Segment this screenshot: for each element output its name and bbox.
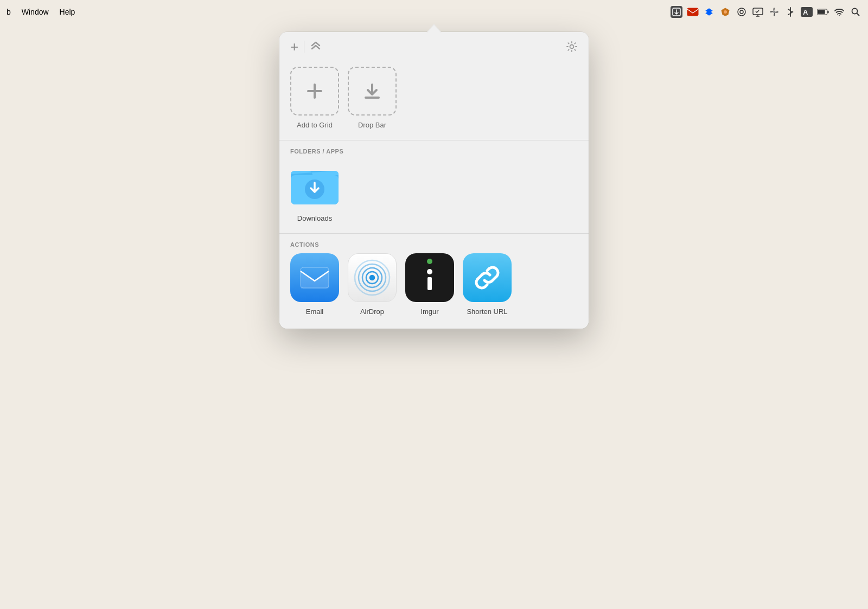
imgur-action-label: Imgur (420, 307, 438, 316)
downloads-folder-icon (290, 160, 339, 209)
email-menubar-icon[interactable] (687, 6, 699, 18)
shorten-url-action-label: Shorten URL (467, 307, 507, 316)
actions-grid: Email AirDrop (290, 253, 578, 316)
airdrop-action-icon (348, 253, 397, 302)
menubar-item-window[interactable]: Window (22, 8, 49, 16)
svg-rect-27 (427, 277, 432, 290)
svg-point-16 (570, 45, 574, 49)
add-to-grid-item[interactable]: Add to Grid (290, 67, 339, 129)
svg-point-5 (738, 8, 745, 16)
add-button[interactable]: + (290, 40, 298, 54)
svg-point-25 (370, 275, 374, 280)
fan-menubar-icon[interactable] (768, 6, 780, 18)
folders-header-text: FOLDERS / APPS (279, 140, 589, 160)
svg-point-6 (740, 10, 743, 14)
svg-point-14 (839, 15, 840, 16)
toolbar-divider (304, 41, 304, 53)
grid-items: Add to Grid Drop Bar (290, 67, 578, 129)
svg-point-26 (427, 269, 432, 274)
dropzone-menubar-icon[interactable] (671, 6, 682, 18)
downloads-folder-label: Downloads (297, 214, 332, 222)
screenshot-menubar-icon[interactable] (736, 6, 748, 18)
folders-grid: Downloads (290, 160, 578, 222)
folders-section: Downloads (279, 160, 589, 234)
menubar-item-help[interactable]: Help (60, 8, 75, 16)
battery-menubar-icon[interactable] (817, 6, 829, 18)
svg-rect-1 (687, 8, 698, 16)
menubar-right: A (671, 6, 861, 18)
email-action-icon (290, 253, 339, 302)
grid-section: Add to Grid Drop Bar (279, 61, 589, 140)
drop-bar-box (348, 67, 397, 116)
gear-button[interactable] (566, 41, 578, 53)
imgur-action-icon (405, 253, 454, 302)
menubar-left: b Window Help (7, 8, 75, 16)
actions-header-text: ACTIONS (279, 234, 589, 253)
svg-text:A: A (803, 8, 808, 16)
svg-rect-12 (818, 10, 825, 14)
imgur-action-item[interactable]: Imgur (405, 253, 454, 316)
add-to-grid-label: Add to Grid (297, 121, 333, 129)
add-to-grid-box (290, 67, 339, 116)
actions-section: Email AirDrop (279, 253, 589, 329)
folders-section-header: FOLDERS / APPS (279, 140, 589, 160)
popup-panel: + (279, 32, 589, 329)
email-action-label: Email (306, 307, 324, 316)
popup-wrapper: + (279, 24, 589, 329)
downloads-folder-item[interactable]: Downloads (290, 160, 339, 222)
collapse-button[interactable] (310, 41, 322, 52)
wifi-menubar-icon[interactable] (833, 6, 845, 18)
drop-bar-item[interactable]: Drop Bar (348, 67, 397, 129)
fox-menubar-icon[interactable] (719, 6, 731, 18)
popup-arrow (426, 24, 442, 33)
airdrop-action-item[interactable]: AirDrop (348, 253, 397, 316)
bluetooth-menubar-icon[interactable] (784, 6, 796, 18)
svg-rect-13 (827, 11, 828, 14)
font-a-menubar-icon[interactable]: A (801, 6, 813, 18)
menubar-item-b[interactable]: b (7, 8, 11, 16)
drop-bar-label: Drop Bar (358, 121, 386, 129)
email-action-item[interactable]: Email (290, 253, 339, 316)
shorten-url-action-item[interactable]: Shorten URL (463, 253, 512, 316)
dropbox-menubar-icon[interactable] (703, 6, 715, 18)
menubar: b Window Help (0, 0, 868, 24)
svg-point-8 (773, 11, 775, 13)
actions-section-header: ACTIONS (279, 234, 589, 253)
svg-point-4 (724, 10, 727, 14)
monitor-menubar-icon[interactable] (752, 6, 764, 18)
search-menubar-icon[interactable] (850, 6, 861, 18)
airdrop-action-label: AirDrop (360, 307, 384, 316)
popup-toolbar: + (279, 32, 589, 61)
shorten-url-action-icon (463, 253, 512, 302)
